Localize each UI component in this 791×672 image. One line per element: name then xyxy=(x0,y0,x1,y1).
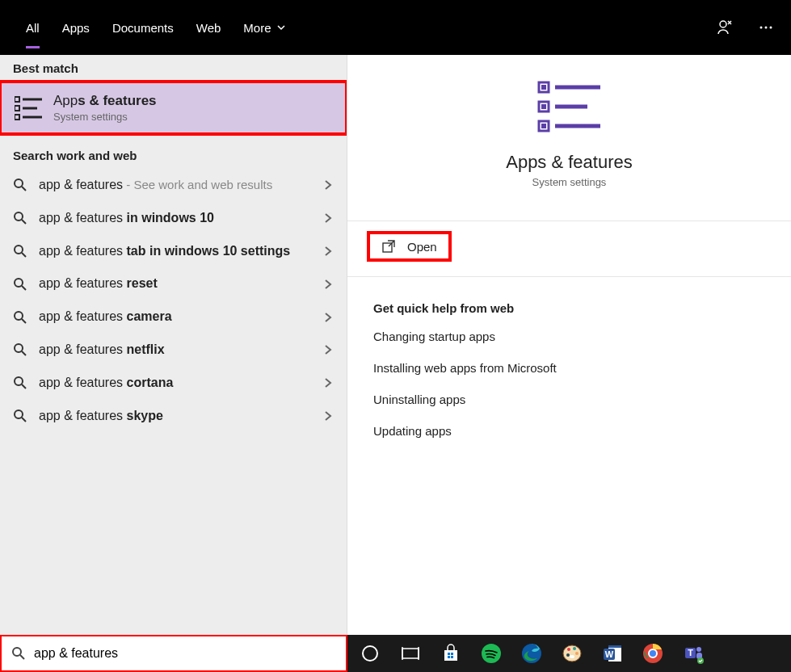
ellipsis-icon[interactable] xyxy=(755,17,776,38)
svg-point-0 xyxy=(720,21,726,27)
search-result-item[interactable]: app & features skype xyxy=(0,400,347,433)
chevron-down-icon xyxy=(276,23,286,32)
search-result-text: app & features reset xyxy=(39,275,316,292)
svg-point-52 xyxy=(575,652,579,655)
chevron-right-icon xyxy=(322,344,334,355)
svg-line-25 xyxy=(22,418,26,422)
svg-rect-45 xyxy=(448,656,450,658)
svg-line-21 xyxy=(22,351,26,355)
svg-point-36 xyxy=(13,648,21,656)
svg-rect-6 xyxy=(15,115,19,120)
search-result-item[interactable]: app & features reset xyxy=(0,267,347,300)
svg-line-15 xyxy=(22,253,26,257)
search-result-text: app & features cortana xyxy=(39,375,316,392)
svg-point-53 xyxy=(566,653,570,657)
taskbar: W T xyxy=(0,635,791,672)
search-box-highlight xyxy=(0,635,347,672)
taskbar-cortana-icon[interactable] xyxy=(351,635,389,672)
svg-rect-29 xyxy=(541,104,546,109)
svg-point-24 xyxy=(15,410,23,418)
tab-apps[interactable]: Apps xyxy=(51,0,101,55)
search-box[interactable] xyxy=(2,636,346,670)
search-icon xyxy=(13,342,27,357)
svg-line-11 xyxy=(22,187,26,191)
svg-rect-39 xyxy=(402,649,419,658)
tab-web[interactable]: Web xyxy=(185,0,233,55)
svg-rect-56 xyxy=(608,645,621,648)
svg-rect-43 xyxy=(448,653,450,655)
top-tab-bar: All Apps Documents Web More xyxy=(0,0,791,55)
open-label: Open xyxy=(407,240,437,254)
tab-more[interactable]: More xyxy=(232,0,297,55)
help-link[interactable]: Updating apps xyxy=(373,424,765,438)
best-match-item[interactable]: Apps & features System settings xyxy=(0,80,347,136)
preview-subtitle: System settings xyxy=(347,176,791,188)
svg-rect-46 xyxy=(451,656,453,658)
taskbar-store-icon[interactable] xyxy=(431,635,470,672)
search-result-item[interactable]: app & features - See work and web result… xyxy=(0,169,347,202)
apps-features-icon xyxy=(15,94,42,122)
chevron-right-icon xyxy=(322,246,334,257)
tab-documents[interactable]: Documents xyxy=(101,0,185,55)
svg-point-20 xyxy=(15,344,23,352)
chevron-right-icon xyxy=(322,410,334,422)
svg-rect-27 xyxy=(541,85,546,90)
search-result-text: app & features skype xyxy=(39,408,316,425)
taskbar-teams-icon[interactable]: T xyxy=(674,635,713,672)
chevron-right-icon xyxy=(322,377,334,388)
search-result-item[interactable]: app & features netflix xyxy=(0,334,347,367)
svg-point-10 xyxy=(15,179,23,187)
search-icon xyxy=(13,244,27,258)
search-result-text: app & features in windows 10 xyxy=(39,210,316,227)
search-result-item[interactable]: app & features camera xyxy=(0,300,347,334)
svg-line-17 xyxy=(22,286,26,290)
taskbar-spotify-icon[interactable] xyxy=(472,635,511,672)
search-result-text: app & features - See work and web result… xyxy=(39,177,316,194)
help-link[interactable]: Uninstalling apps xyxy=(373,393,765,406)
svg-point-54 xyxy=(570,655,574,658)
search-icon xyxy=(13,277,27,292)
taskbar-taskview-icon[interactable] xyxy=(391,635,430,672)
svg-point-1 xyxy=(760,27,763,29)
help-link[interactable]: Installing web apps from Microsoft xyxy=(373,361,765,375)
search-input[interactable] xyxy=(34,646,336,661)
search-results-panel: Best match Apps & features System settin… xyxy=(0,55,347,635)
chevron-right-icon xyxy=(322,212,334,224)
taskbar-edge-icon[interactable] xyxy=(512,635,551,672)
search-result-item[interactable]: app & features in windows 10 xyxy=(0,202,347,235)
search-result-item[interactable]: app & features tab in windows 10 setting… xyxy=(0,235,347,268)
search-icon xyxy=(13,211,27,225)
svg-point-12 xyxy=(15,212,23,220)
svg-point-16 xyxy=(15,279,23,287)
search-result-text: app & features camera xyxy=(39,309,316,326)
search-icon xyxy=(11,646,26,661)
svg-text:T: T xyxy=(688,648,693,657)
search-result-text: app & features tab in windows 10 setting… xyxy=(39,243,316,260)
tab-all[interactable]: All xyxy=(15,0,51,55)
svg-rect-44 xyxy=(451,653,453,655)
open-button[interactable]: Open xyxy=(367,231,452,262)
svg-line-13 xyxy=(22,220,26,224)
tab-more-label: More xyxy=(243,21,271,35)
svg-point-51 xyxy=(573,647,576,650)
taskbar-word-icon[interactable]: W xyxy=(593,635,632,672)
best-match-subtitle: System settings xyxy=(53,111,157,123)
best-match-title: Apps & features xyxy=(53,93,157,109)
taskbar-paint-icon[interactable] xyxy=(553,635,591,672)
preview-title: Apps & features xyxy=(347,152,791,173)
svg-point-66 xyxy=(697,657,704,664)
best-match-header: Best match xyxy=(0,55,347,80)
chevron-right-icon xyxy=(322,279,334,290)
feedback-icon[interactable] xyxy=(715,17,736,38)
taskbar-chrome-icon[interactable] xyxy=(633,635,672,672)
svg-text:W: W xyxy=(605,649,614,659)
svg-point-64 xyxy=(696,647,701,652)
search-result-item[interactable]: app & features cortana xyxy=(0,367,347,400)
help-link[interactable]: Changing startup apps xyxy=(373,330,765,343)
svg-point-14 xyxy=(15,246,23,254)
search-icon xyxy=(13,178,27,192)
open-external-icon xyxy=(381,239,396,254)
svg-point-18 xyxy=(15,312,23,320)
search-icon xyxy=(13,310,27,325)
chevron-right-icon xyxy=(322,179,334,191)
